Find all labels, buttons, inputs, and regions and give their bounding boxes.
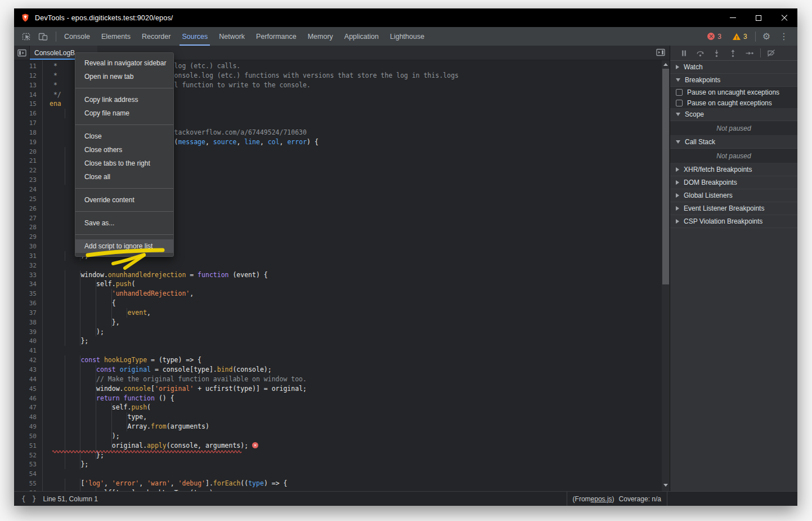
editor-scrollbar[interactable] bbox=[662, 60, 670, 491]
step-icon[interactable] bbox=[741, 49, 758, 57]
console-errors-badge[interactable]: 3 bbox=[707, 33, 721, 41]
settings-gear-icon[interactable]: ⚙ bbox=[758, 31, 775, 42]
line-number[interactable]: 52 bbox=[14, 451, 37, 461]
line-number[interactable]: 20 bbox=[14, 148, 37, 157]
code-line[interactable]: 32 bbox=[14, 261, 670, 270]
line-number[interactable]: 22 bbox=[14, 166, 37, 176]
line-number[interactable]: 49 bbox=[14, 422, 37, 432]
sidebar-section-scope[interactable]: Scope bbox=[670, 108, 797, 121]
line-number[interactable]: 54 bbox=[14, 470, 37, 479]
menu-item-close-others[interactable]: Close others bbox=[75, 143, 173, 157]
source-file-link[interactable]: epos.js bbox=[591, 495, 612, 503]
code-line[interactable]: 46return function () { bbox=[14, 394, 670, 403]
line-number[interactable]: 38 bbox=[14, 318, 37, 328]
code-line[interactable]: 55['log', 'error', 'warn', 'debug'].forE… bbox=[14, 479, 670, 488]
checkbox-icon[interactable] bbox=[676, 89, 683, 96]
line-number[interactable]: 18 bbox=[14, 128, 37, 138]
line-number[interactable]: 11 bbox=[14, 62, 37, 72]
code-line[interactable]: 43const original = console[type].bind(co… bbox=[14, 365, 670, 375]
more-options-kebab-icon[interactable]: ⋮ bbox=[775, 31, 793, 42]
sidebar-section-xhr-fetch-breakpoints[interactable]: XHR/fetch Breakpoints bbox=[670, 163, 797, 176]
code-line[interactable]: 41 bbox=[14, 346, 670, 355]
line-number[interactable]: 12 bbox=[14, 72, 37, 81]
line-number[interactable]: 53 bbox=[14, 460, 37, 470]
line-number[interactable]: 21 bbox=[14, 157, 37, 166]
line-number[interactable]: 55 bbox=[14, 479, 37, 489]
code-line[interactable]: 36{ bbox=[14, 299, 670, 308]
line-number[interactable]: 13 bbox=[14, 81, 37, 91]
line-number[interactable]: 30 bbox=[14, 242, 37, 252]
code-line[interactable]: 48type, bbox=[14, 412, 670, 422]
line-number[interactable]: 28 bbox=[14, 223, 37, 233]
line-number[interactable]: 56 bbox=[14, 489, 37, 491]
menu-item-close-all[interactable]: Close all bbox=[75, 170, 173, 184]
line-number[interactable]: 17 bbox=[14, 119, 37, 128]
code-line[interactable]: 39); bbox=[14, 327, 670, 337]
menu-item-open-in-new-tab[interactable]: Open in new tab bbox=[75, 70, 173, 83]
line-number[interactable]: 15 bbox=[14, 100, 37, 109]
checkbox-icon[interactable] bbox=[676, 100, 683, 106]
code-line[interactable]: 34self.push( bbox=[14, 279, 670, 289]
tab-performance[interactable]: Performance bbox=[250, 27, 302, 46]
line-number[interactable]: 45 bbox=[14, 385, 37, 394]
tab-lighthouse[interactable]: Lighthouse bbox=[384, 27, 430, 46]
menu-item-override-content[interactable]: Override content bbox=[75, 193, 173, 207]
line-number[interactable]: 35 bbox=[14, 290, 37, 299]
step-over-icon[interactable] bbox=[692, 49, 708, 57]
console-warnings-badge[interactable]: ! 3 bbox=[727, 33, 747, 41]
sidebar-section-dom-breakpoints[interactable]: DOM Breakpoints bbox=[670, 176, 797, 189]
line-number[interactable]: 19 bbox=[14, 138, 37, 148]
sidebar-section-event-listener-breakpoints[interactable]: Event Listener Breakpoints bbox=[670, 202, 797, 215]
pretty-print-icon[interactable]: { } bbox=[21, 495, 38, 503]
line-number[interactable]: 33 bbox=[14, 271, 37, 280]
line-number[interactable]: 32 bbox=[14, 261, 37, 271]
code-line[interactable]: 44// Make the original function availabl… bbox=[14, 375, 670, 384]
tab-network[interactable]: Network bbox=[213, 27, 250, 46]
line-number[interactable]: 48 bbox=[14, 413, 37, 422]
tab-elements[interactable]: Elements bbox=[96, 27, 136, 46]
sidebar-section-breakpoints[interactable]: Breakpoints bbox=[670, 74, 797, 87]
pause-script-icon[interactable] bbox=[676, 49, 692, 57]
scrollbar-thumb[interactable] bbox=[662, 69, 669, 284]
sidebar-section-watch[interactable]: Watch bbox=[670, 61, 797, 74]
menu-item-save-as[interactable]: Save as... bbox=[75, 216, 173, 230]
line-number[interactable]: 23 bbox=[14, 176, 37, 185]
close-button[interactable] bbox=[771, 8, 797, 27]
menu-item-copy-link-address[interactable]: Copy link address bbox=[75, 93, 173, 106]
line-number[interactable]: 40 bbox=[14, 337, 37, 346]
line-number[interactable]: 39 bbox=[14, 328, 37, 337]
line-number[interactable]: 34 bbox=[14, 280, 37, 290]
line-number[interactable]: 50 bbox=[14, 432, 37, 442]
tab-memory[interactable]: Memory bbox=[302, 27, 339, 46]
menu-item-copy-file-name[interactable]: Copy file name bbox=[75, 106, 173, 120]
line-number[interactable]: 16 bbox=[14, 109, 37, 119]
line-number[interactable]: 42 bbox=[14, 356, 37, 366]
line-number[interactable]: 14 bbox=[14, 91, 37, 100]
hide-debugger-sidebar-icon[interactable] bbox=[656, 48, 665, 56]
line-number[interactable]: 26 bbox=[14, 204, 37, 214]
code-line[interactable]: 37event, bbox=[14, 308, 670, 318]
tab-application[interactable]: Application bbox=[339, 27, 384, 46]
code-line[interactable]: 50); bbox=[14, 431, 670, 441]
line-number[interactable]: 25 bbox=[14, 195, 37, 204]
tab-console[interactable]: Console bbox=[59, 27, 96, 46]
sidebar-section-csp-violation-breakpoints[interactable]: CSP Violation Breakpoints bbox=[670, 215, 797, 228]
code-line[interactable]: 40}; bbox=[14, 336, 670, 346]
line-number[interactable]: 44 bbox=[14, 375, 37, 385]
step-into-icon[interactable] bbox=[708, 49, 725, 57]
sidebar-section-call-stack[interactable]: Call Stack bbox=[670, 136, 797, 149]
menu-item-add-script-to-ignore-list[interactable]: Add script to ignore list bbox=[75, 239, 173, 253]
menu-item-close-tabs-to-the-right[interactable]: Close tabs to the right bbox=[75, 157, 173, 170]
checkbox-pause-on-caught-exceptions[interactable]: Pause on caught exceptions bbox=[670, 97, 797, 108]
menu-item-close[interactable]: Close bbox=[75, 130, 173, 143]
tab-sources[interactable]: Sources bbox=[176, 27, 213, 46]
minimize-button[interactable] bbox=[720, 8, 746, 27]
line-number[interactable]: 47 bbox=[14, 403, 37, 413]
show-navigator-icon[interactable] bbox=[14, 46, 30, 60]
code-line[interactable]: 53}; bbox=[14, 460, 670, 469]
line-number[interactable]: 41 bbox=[14, 346, 37, 356]
code-line[interactable]: 47self.push( bbox=[14, 403, 670, 412]
sidebar-section-global-listeners[interactable]: Global Listeners bbox=[670, 189, 797, 202]
code-line[interactable]: 38}, bbox=[14, 318, 670, 327]
step-out-icon[interactable] bbox=[725, 49, 741, 57]
